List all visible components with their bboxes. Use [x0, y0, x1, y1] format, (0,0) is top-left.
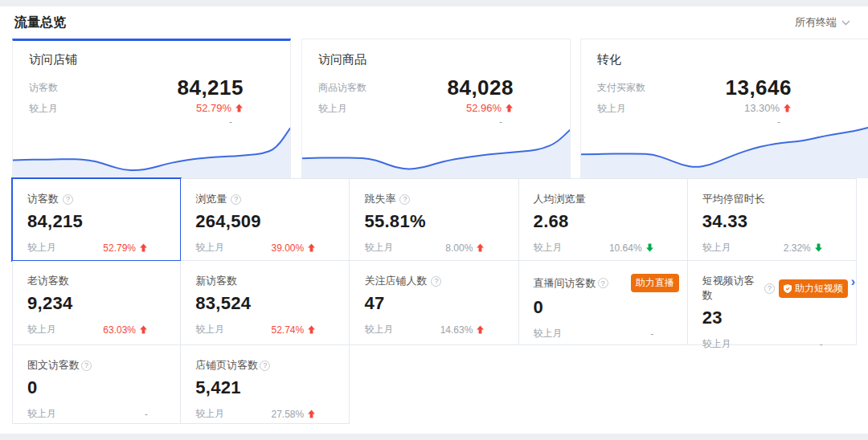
metric-value: 9,234 — [27, 293, 174, 314]
help-icon[interactable] — [764, 283, 775, 294]
compare-label: 较上月 — [364, 241, 393, 255]
metric-grid: 访客数 84,215 较上月 52.79% 浏览量 264,509 较上月 — [12, 178, 857, 424]
terminal-filter-dropdown[interactable]: 所有终端 — [795, 15, 850, 30]
arrow-up-icon — [307, 243, 316, 252]
metric-value: 83,524 — [195, 293, 342, 314]
metric-label: 人均浏览量 — [534, 192, 586, 206]
arrow-up-icon — [307, 409, 316, 418]
help-icon[interactable] — [63, 194, 73, 205]
metric-cell-shop-page-visitors[interactable]: 店铺页访客数 5,421 较上月 27.58% — [181, 345, 350, 424]
change-percent: 8.00% — [445, 242, 473, 254]
arrow-up-icon — [307, 325, 316, 334]
compare-label: 较上月 — [27, 323, 56, 336]
change-percent: - — [651, 328, 654, 340]
shop-visits-sparkline-chart — [13, 120, 290, 177]
traffic-overview-panel: 流量总览 所有终端 访问店铺 访客数 较上月 84,215 52.79% — [0, 6, 868, 434]
metric-cell-livestream-visitors[interactable]: 直播间访客数 助力直播 0 较上月 - — [519, 261, 688, 345]
metric-cell-pageviews[interactable]: 浏览量 264,509 较上月 39.00% — [181, 178, 350, 261]
conversion-sparkline-chart — [581, 120, 868, 177]
panel-header: 流量总览 所有终端 — [0, 6, 868, 39]
badge-label: 助力直播 — [636, 276, 674, 290]
metric-cell-avg-stay-duration[interactable]: 平均停留时长 34.33 较上月 2.32% — [688, 178, 857, 261]
metric-cell-visitors[interactable]: 访客数 84,215 较上月 52.79% — [12, 178, 181, 261]
metric-label: 访客数 — [29, 77, 58, 98]
metric-value: 2.68 — [534, 211, 681, 232]
arrow-up-icon — [783, 104, 792, 112]
compare-label: 较上月 — [29, 101, 58, 116]
change-percent: 10.64% — [609, 242, 642, 254]
help-icon[interactable] — [260, 361, 270, 371]
metric-label: 店铺页访客数 — [195, 358, 258, 373]
help-icon[interactable] — [231, 194, 241, 205]
arrow-up-icon — [476, 243, 485, 252]
metric-cell-image-text-visitors[interactable]: 图文访客数 0 较上月 - — [12, 345, 181, 424]
arrow-up-icon — [476, 325, 485, 334]
help-icon[interactable] — [431, 276, 441, 287]
metric-value: 0 — [534, 297, 681, 318]
change-percent: 13.30% — [744, 102, 780, 114]
terminal-filter-label: 所有终端 — [795, 15, 837, 30]
change-percent: 52.79% — [196, 102, 231, 114]
compare-label: 较上月 — [195, 241, 224, 255]
change-percent: - — [145, 409, 148, 420]
metric-value: 13,646 — [725, 77, 792, 98]
help-icon[interactable] — [81, 361, 92, 371]
compare-label: 较上月 — [364, 323, 393, 336]
metric-label: 短视频访客数 — [702, 274, 763, 303]
metric-value: 34.33 — [702, 211, 850, 232]
change-percent: 14.63% — [440, 324, 473, 336]
change-percent: 52.96% — [466, 102, 502, 114]
metric-label: 关注店铺人数 — [364, 274, 427, 288]
help-icon[interactable] — [598, 278, 608, 288]
badge-label: 助力短视频 — [795, 282, 843, 295]
arrow-down-icon — [645, 243, 654, 252]
boost-short-video-badge[interactable]: 助力短视频 — [779, 279, 848, 298]
arrow-down-icon — [814, 243, 823, 252]
card-title: 转化 — [581, 39, 868, 67]
summary-card-shop-visits[interactable]: 访问店铺 访客数 较上月 84,215 52.79% - — [12, 39, 291, 178]
compare-label: 较上月 — [27, 407, 56, 421]
compare-label: 较上月 — [534, 327, 563, 340]
metric-cell-views-per-visitor[interactable]: 人均浏览量 2.68 较上月 10.64% — [519, 178, 688, 261]
compare-label: 较上月 — [195, 323, 224, 336]
arrow-up-icon — [139, 243, 148, 252]
help-icon[interactable] — [399, 194, 410, 205]
metric-value: 55.81% — [364, 211, 511, 232]
boost-livestream-badge[interactable]: 助力直播 — [631, 274, 679, 292]
metric-label: 新访客数 — [195, 274, 237, 288]
metric-value: 0 — [27, 377, 174, 398]
chevron-right-icon[interactable]: › — [851, 275, 855, 288]
metric-label: 商品访客数 — [318, 77, 366, 98]
metric-cell-short-video-visitors[interactable]: 短视频访客数 助力短视频 › 23 较上月 - — [688, 261, 857, 345]
metric-label: 访客数 — [27, 192, 59, 206]
compare-label: 较上月 — [702, 241, 731, 255]
metric-value: 84,215 — [27, 211, 174, 232]
change-percent: 52.74% — [271, 324, 304, 336]
metric-label: 老访客数 — [27, 274, 69, 288]
compare-label: 较上月 — [597, 101, 645, 116]
metric-value: 5,421 — [195, 377, 342, 398]
arrow-up-icon — [505, 104, 514, 112]
card-title: 访问店铺 — [13, 41, 290, 67]
compare-label: 较上月 — [195, 407, 224, 421]
change-percent: 27.58% — [271, 409, 304, 420]
change-percent: 39.00% — [271, 242, 304, 254]
metric-cell-returning-visitors[interactable]: 老访客数 9,234 较上月 63.03% — [12, 261, 181, 345]
metric-cell-new-visitors[interactable]: 新访客数 83,524 较上月 52.74% — [181, 261, 350, 345]
summary-card-product-visits[interactable]: 访问商品 商品访客数 较上月 84,028 52.96% - — [301, 39, 571, 178]
metric-label: 直播间访客数 — [534, 276, 596, 291]
product-visits-sparkline-chart — [302, 120, 570, 177]
arrow-up-icon — [235, 104, 244, 112]
metric-label: 图文访客数 — [27, 358, 80, 373]
compare-label: 较上月 — [702, 337, 731, 351]
arrow-up-icon — [139, 325, 148, 334]
metric-cell-bounce-rate[interactable]: 跳失率 55.81% 较上月 8.00% — [350, 178, 518, 261]
compare-label: 较上月 — [27, 241, 56, 255]
change-percent: - — [820, 339, 823, 350]
metric-label: 跳失率 — [364, 192, 395, 206]
metric-cell-shop-followers[interactable]: 关注店铺人数 47 较上月 14.63% — [350, 261, 518, 345]
card-title: 访问商品 — [302, 39, 570, 67]
change-percent: 63.03% — [103, 324, 136, 336]
summary-card-conversion[interactable]: 转化 支付买家数 较上月 13,646 13.30% - — [580, 39, 868, 178]
summary-cards: 访问店铺 访客数 较上月 84,215 52.79% - — [12, 39, 868, 178]
